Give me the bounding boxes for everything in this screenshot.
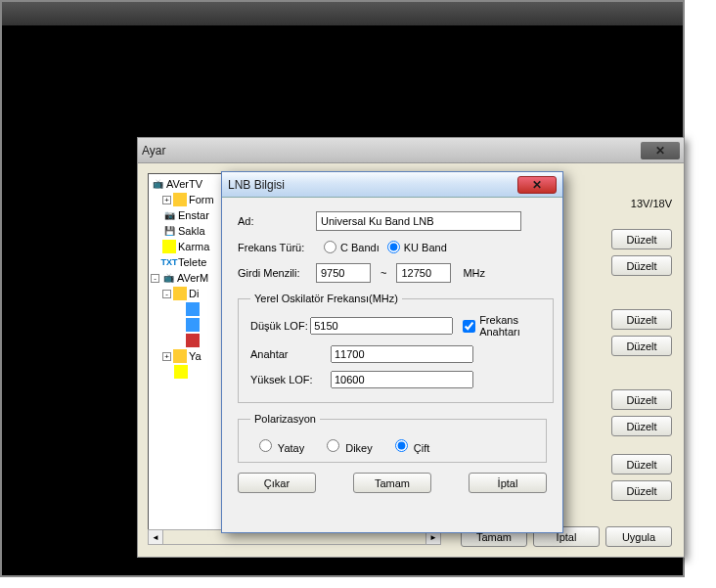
settings-title: Ayar xyxy=(142,144,165,158)
expand-icon[interactable]: + xyxy=(162,196,171,204)
folder-icon xyxy=(162,240,176,253)
camera-icon: 📷 xyxy=(162,208,176,222)
range-label: Girdi Menzili: xyxy=(238,267,316,279)
pol-h-radio[interactable] xyxy=(259,439,272,452)
tree-item[interactable]: Telete xyxy=(178,256,206,268)
folder-icon xyxy=(173,349,187,363)
edit-button-3[interactable]: Düzelt xyxy=(611,309,672,330)
tree-item[interactable]: Sakla xyxy=(178,225,205,237)
folder-icon xyxy=(174,365,188,379)
tilde-label: ~ xyxy=(380,267,386,279)
kuband-radio[interactable] xyxy=(387,241,400,253)
cband-label: C Bandı xyxy=(340,242,380,253)
lnb-ok-button[interactable]: Tamam xyxy=(353,473,431,493)
oscillator-group: Yerel Oskilatör Frekansı(MHz) Düşük LOF:… xyxy=(238,293,554,403)
tree-root: AVerTV xyxy=(166,178,202,190)
name-label: Ad: xyxy=(238,215,316,227)
cband-radio[interactable] xyxy=(324,241,336,253)
ch-icon xyxy=(186,302,200,316)
oscillator-legend: Yerel Oskilatör Frekansı(MHz) xyxy=(250,293,402,304)
tree-root2: AVerM xyxy=(177,272,208,284)
pol-h-label: Yatay xyxy=(278,442,304,454)
freq-key-checkbox[interactable] xyxy=(463,320,475,333)
tree-item[interactable]: Enstar xyxy=(178,209,209,221)
ch-icon xyxy=(186,318,200,332)
settings-apply-button[interactable]: Uygula xyxy=(605,526,672,547)
freq-type-label: Frekans Türü: xyxy=(238,242,316,253)
low-lof-input[interactable] xyxy=(310,317,453,335)
kuband-label: KU Band xyxy=(404,242,447,253)
collapse-icon[interactable]: - xyxy=(162,290,171,298)
pol-v-label: Dikey xyxy=(345,442,373,454)
form-icon xyxy=(173,193,187,206)
range-hi-input[interactable] xyxy=(396,263,451,283)
scroll-left-icon[interactable]: ◄ xyxy=(148,529,163,545)
rec-icon xyxy=(186,334,200,347)
dish-icon xyxy=(173,287,187,300)
edit-button-5[interactable]: Düzelt xyxy=(611,389,672,410)
tree-sub[interactable]: Ya xyxy=(189,350,201,362)
settings-titlebar[interactable]: Ayar ✕ xyxy=(138,138,684,163)
lnb-name-input[interactable] xyxy=(316,211,521,231)
pol-b-radio[interactable] xyxy=(395,439,408,452)
close-icon: ✕ xyxy=(655,144,665,158)
expand-icon[interactable]: + xyxy=(162,352,171,361)
edit-button-6[interactable]: Düzelt xyxy=(611,416,672,436)
disk-icon: 💾 xyxy=(162,224,176,238)
range-lo-input[interactable] xyxy=(316,263,371,283)
app-titlebar xyxy=(2,2,683,25)
lnb-close-button[interactable]: ✕ xyxy=(517,176,557,194)
edit-button-7[interactable]: Düzelt xyxy=(611,454,672,475)
polarization-group: Polarizasyon Yatay Dikey Çift xyxy=(238,413,547,463)
lnb-title-text: LNB Bilgisi xyxy=(228,178,285,192)
tree-item[interactable]: Karma xyxy=(178,241,209,252)
tv-icon: 📺 xyxy=(161,271,175,285)
voltage-label: 13V/18V xyxy=(611,198,672,209)
tv-icon: 📺 xyxy=(151,177,164,191)
tree-sub[interactable]: Di xyxy=(189,288,199,299)
polarization-legend: Polarizasyon xyxy=(250,413,320,425)
switch-label: Anahtar xyxy=(250,348,331,360)
lnb-export-button[interactable]: Çıkar xyxy=(238,473,316,493)
lnb-cancel-button[interactable]: İptal xyxy=(469,473,547,493)
pol-b-label: Çift xyxy=(414,442,430,454)
lnb-titlebar[interactable]: LNB Bilgisi ✕ xyxy=(222,172,562,198)
pol-v-radio[interactable] xyxy=(327,439,339,452)
lnb-dialog: LNB Bilgisi ✕ Ad: Frekans Türü: C Bandı … xyxy=(221,171,563,533)
high-lof-input[interactable] xyxy=(331,371,473,388)
freq-key-label: Frekans Anahtarı xyxy=(479,314,540,338)
edit-button-8[interactable]: Düzelt xyxy=(611,480,672,501)
settings-close-button[interactable]: ✕ xyxy=(641,142,680,159)
collapse-icon[interactable]: - xyxy=(151,274,159,283)
edit-button-1[interactable]: Düzelt xyxy=(611,229,672,249)
mhz-label: MHz xyxy=(463,267,485,279)
tree-item[interactable]: Form xyxy=(189,194,214,205)
close-icon: ✕ xyxy=(532,178,542,192)
low-lof-label: Düşük LOF: xyxy=(250,320,310,332)
edit-button-2[interactable]: Düzelt xyxy=(611,255,672,276)
switch-input[interactable] xyxy=(331,345,473,363)
edit-button-4[interactable]: Düzelt xyxy=(611,336,672,356)
text-icon: TXT xyxy=(162,255,176,269)
high-lof-label: Yüksek LOF: xyxy=(250,374,331,385)
